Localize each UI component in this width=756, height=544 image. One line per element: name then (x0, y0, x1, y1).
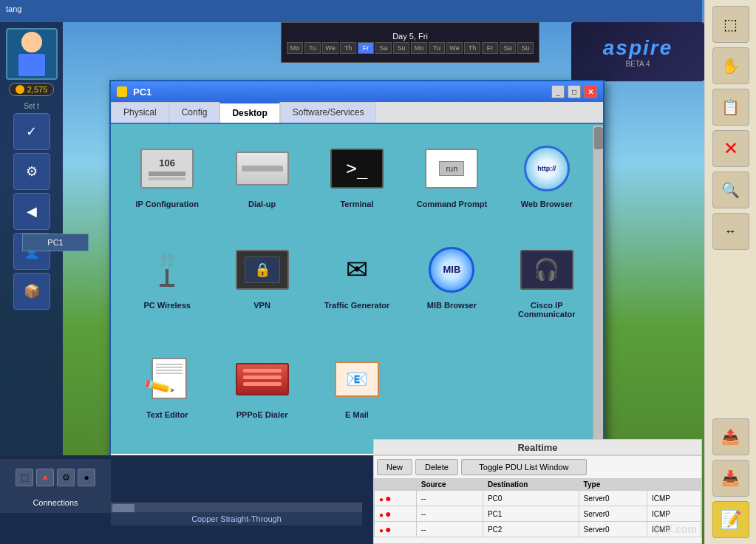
pc-wireless-label: PC Wireless (143, 301, 191, 310)
bottom-icons-row: ⬚ 🔺 ⚙ ● (0, 459, 111, 496)
pc-wireless-icon: ((·)) ((·)) (140, 243, 194, 296)
sidebar-btn-gear[interactable]: ⚙ (13, 153, 50, 190)
aspire-logo-text: aspire (603, 36, 673, 60)
tab-physical[interactable]: Physical (111, 102, 169, 123)
right-tool-mail-out[interactable]: 📤 (712, 418, 749, 455)
day-cell-th2: Th (464, 42, 480, 54)
app-ip-config[interactable]: 106 IP Configuration (123, 136, 211, 231)
right-tool-select[interactable]: ⬚ (712, 6, 749, 43)
right-tool-note[interactable]: 📋 (712, 89, 749, 126)
realtime-label: Realtime (517, 442, 557, 453)
app-traffic-gen[interactable]: ✉ Traffic Generator (313, 237, 401, 341)
vpn-icon: 🔒 (236, 243, 289, 296)
coins-display: 2,575 (9, 83, 55, 96)
coin-icon (16, 85, 24, 94)
table-row: ● -- PC0 Server0 ICMP (375, 491, 701, 506)
row1-dest1: PC0 (483, 491, 579, 506)
sidebar-btn-box[interactable]: 📦 (13, 273, 50, 310)
app-vpn[interactable]: 🔒 VPN (217, 237, 306, 341)
web-browser-icon: http:// (520, 142, 573, 195)
pdu-col-extra (647, 479, 701, 491)
app-dialup[interactable]: Dial-up (217, 136, 306, 231)
sidebar-btn-check[interactable]: ✓ (13, 113, 50, 150)
tab-software[interactable]: Software/Services (280, 102, 377, 123)
app-command-prompt[interactable]: run Command Prompt (407, 136, 496, 231)
minimize-button[interactable]: _ (551, 85, 565, 98)
bottom-icon-4[interactable]: ● (78, 469, 95, 486)
row2-indicator: ● (375, 506, 417, 522)
avatar-body (18, 54, 45, 76)
left-sidebar: 2,575 Set t ✓ ⚙ ◀ 👤 📦 PC1 (0, 22, 63, 480)
desktop-content: 106 IP Configuration Dial-up >_ Terminal (111, 124, 603, 454)
toggle-pdu-button[interactable]: Toggle PDU List Window (461, 459, 587, 475)
close-button[interactable]: ✕ (584, 85, 597, 98)
day-cell-mo: Mo (287, 42, 303, 54)
app-cisco-ip[interactable]: 🎧 Cisco IP Communicator (503, 237, 591, 341)
dialup-icon (236, 142, 289, 195)
top-bar: tang (0, 0, 702, 22)
day-cell-sa2: Sa (500, 42, 516, 54)
pdu-header: New Delete Toggle PDU List Window (374, 456, 701, 478)
window-title-text: PC1 (133, 86, 545, 98)
bottom-icon-3[interactable]: ⚙ (57, 469, 75, 486)
right-tool-mail-in[interactable]: 📥 (712, 460, 749, 497)
set-label: Set t (24, 102, 39, 110)
window-tabs: Physical Config Desktop Software/Service… (111, 102, 603, 124)
tab-desktop[interactable]: Desktop (219, 102, 279, 123)
row2-dest2: Server0 (579, 506, 647, 522)
row1-type: ICMP (647, 491, 701, 506)
ip-config-icon: 106 (140, 142, 194, 195)
terminal-label: Terminal (340, 200, 373, 208)
horizontal-scrollbar[interactable] (111, 503, 362, 513)
right-tool-search[interactable]: 🔍 (712, 171, 749, 208)
cisco-ip-label: Cisco IP Communicator (505, 301, 588, 319)
app-text-editor[interactable]: ✏️ Text Editor (123, 347, 211, 442)
table-row: ● -- PC1 Server0 ICMP (375, 506, 701, 522)
day-cell-we: We (322, 42, 338, 54)
aspire-beta: BETA 4 (625, 60, 650, 68)
right-tool-notes[interactable]: 📝 (712, 501, 749, 538)
new-button[interactable]: New (377, 459, 412, 475)
row2-source: -- (416, 506, 483, 522)
traffic-gen-icon: ✉ (330, 243, 384, 296)
day-cell-tu: Tu (304, 42, 321, 54)
delete-button[interactable]: Delete (415, 459, 458, 475)
bottom-icon-2[interactable]: 🔺 (36, 469, 54, 486)
email-icon: 📧 (330, 353, 384, 406)
app-pppoe[interactable]: PPPoE Dialer (217, 347, 306, 442)
app-terminal[interactable]: >_ Terminal (313, 136, 401, 231)
traffic-gen-label: Traffic Generator (324, 301, 390, 310)
right-tool-hand[interactable]: ✋ (712, 47, 749, 84)
window-scrollbar[interactable] (593, 126, 603, 455)
row3-source: -- (416, 522, 483, 537)
day-cell-mo2: Mo (411, 42, 427, 54)
bottom-icon-1[interactable]: ⬚ (16, 469, 33, 486)
tab-config[interactable]: Config (169, 102, 220, 123)
row2-dest1: PC1 (483, 506, 579, 522)
app-web-browser[interactable]: http:// Web Browser (503, 136, 591, 231)
ip-config-label: IP Configuration (136, 200, 199, 208)
app-mib-browser[interactable]: MIB MIB Browser (407, 237, 496, 341)
row1-dest2: Server0 (579, 491, 647, 506)
scrollbar-thumb[interactable] (594, 127, 603, 149)
maximize-button[interactable]: □ (568, 85, 581, 98)
vpn-label: VPN (253, 301, 270, 310)
watermark: 米库.com (652, 523, 697, 537)
avatar (6, 28, 58, 80)
right-tool-connect[interactable]: ↔ (712, 213, 749, 250)
web-browser-label: Web Browser (521, 200, 573, 208)
sidebar-btn-back[interactable]: ◀ (13, 193, 50, 230)
pc1-label: PC1 (22, 234, 89, 251)
day-cell-we2: We (446, 42, 463, 54)
window-title-icon (117, 86, 127, 97)
day-indicator: Day 5, Fri Mo Tu We Th Fr Sa Su Mo Tu We… (281, 22, 539, 63)
right-tool-x[interactable]: ✕ (712, 130, 749, 167)
app-pc-wireless[interactable]: ((·)) ((·)) PC Wireless (123, 237, 211, 341)
aspire-logo: aspire BETA 4 (571, 22, 704, 81)
window-controls: _ □ ✕ (551, 85, 597, 98)
pdu-col-status (375, 479, 417, 491)
app-email[interactable]: 📧 E Mail (313, 347, 401, 442)
day-cell-th: Th (340, 42, 356, 54)
window-titlebar[interactable]: PC1 _ □ ✕ (111, 81, 603, 102)
cable-label: Copper Straight-Through (111, 512, 362, 526)
